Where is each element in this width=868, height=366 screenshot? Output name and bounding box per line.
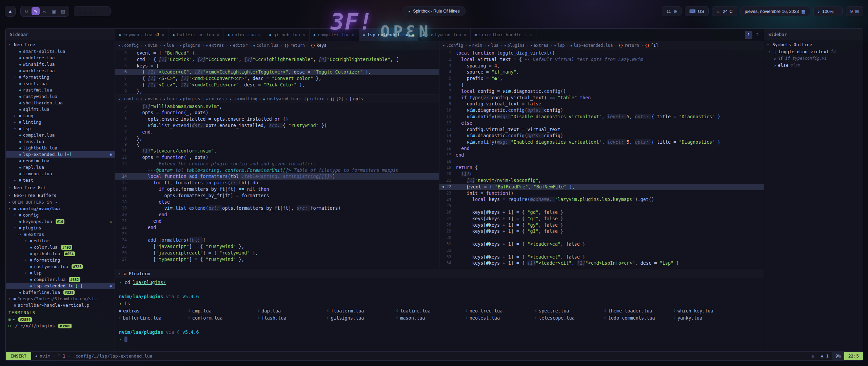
code-line[interactable]: 25: [439, 203, 764, 209]
tree-item[interactable]: ●lsp-extended.lu[+]◉: [6, 151, 115, 158]
code-line[interactable]: ◆22 event = { "BufReadPre", "BufNewFile"…: [439, 184, 764, 190]
tree-item[interactable]: ●compiler.lua: [6, 132, 115, 138]
breadcrumb-item[interactable]: ●color.lua: [253, 43, 278, 48]
workspace-pill[interactable]: 9⊞: [846, 6, 863, 16]
topbar-widget-button[interactable]: ∞: [41, 7, 49, 15]
close-icon[interactable]: ×: [352, 32, 355, 37]
code-area[interactable]: 1local function toggle_diag_virtext()2 l…: [439, 50, 764, 266]
code-line[interactable]: 15 vim.notify(msg: "Enabled diagnostics …: [439, 139, 764, 145]
close-icon[interactable]: ×: [529, 32, 532, 37]
code-line[interactable]: 3 spacing = 4,: [439, 63, 764, 69]
code-line[interactable]: 12 opts = function(_, opts): [115, 154, 439, 161]
code-line[interactable]: 25 ["javascript"] = { "rustywind" },: [115, 243, 439, 250]
breadcrumb-item[interactable]: ▪nvim: [144, 97, 157, 101]
breadcrumb-item[interactable]: ▪editor: [230, 43, 248, 48]
code-line[interactable]: 7 { [1]"<S-C>", [2]"<cmd>CccConvert<cr>"…: [115, 75, 439, 82]
code-line[interactable]: 13 --- Extend the conform plugin config …: [115, 161, 439, 167]
symbols-outline-header[interactable]: ▾ Symbols Outline: [764, 40, 863, 48]
code-line[interactable]: 8 },: [115, 135, 439, 142]
code-line[interactable]: 33 keys[#keys + 1] = { "<leader>cl", fal…: [439, 254, 764, 260]
code-line[interactable]: 27 keys[#keys + 1] = { "gr", false }: [439, 216, 764, 222]
tree-item[interactable]: ●keymaps.lua#10⚠: [6, 218, 115, 225]
code-line[interactable]: 20 end: [115, 211, 439, 218]
tree-item[interactable]: ▾■formatting: [6, 74, 115, 80]
breadcrumb-item[interactable]: ▪nvim: [144, 43, 157, 48]
code-line[interactable]: 8 { [1]"<C-c>", [2]"<cmd>CccPick<cr>", d…: [115, 82, 439, 88]
code-line[interactable]: 11 [1]"stevearc/conform.nvim",: [115, 148, 439, 154]
breadcrumb-item[interactable]: ▪.config: [443, 43, 463, 48]
volume-pill[interactable]: ♪100%↑: [813, 6, 843, 16]
breadcrumb-item[interactable]: ▪extras: [206, 43, 224, 48]
breadcrumb-item[interactable]: ▪lsp: [554, 43, 565, 48]
breadcrumb-item[interactable]: ▪plugins: [180, 97, 200, 101]
code-line[interactable]: 21 [1]"neovim/nvim-lspconfig",: [439, 177, 764, 184]
editor-pane-color-lua[interactable]: ▪.config›▪nvim›▪lua›▪plugins›▪extras›▪ed…: [115, 41, 439, 95]
tree-item[interactable]: ▸■test: [6, 177, 115, 183]
tree-item[interactable]: ●isort.lua: [6, 80, 115, 87]
tab-page-button[interactable]: 2: [754, 31, 761, 39]
outline-item[interactable]: ◇ifif type(config.vi: [764, 55, 863, 62]
close-icon[interactable]: ×: [217, 32, 219, 37]
launcher-icon[interactable]: ▲: [5, 6, 16, 17]
code-line[interactable]: 5 opts.ensure_installed = opts.ensure_in…: [115, 116, 439, 122]
code-line[interactable]: 18: [439, 158, 764, 165]
tab[interactable]: ●rustywind.lua×: [418, 29, 471, 41]
topbar-search[interactable]: [74, 6, 111, 16]
breadcrumb-item[interactable]: {}keys: [311, 43, 326, 48]
tab[interactable]: ▦scrollbar-handle-…×: [471, 29, 536, 41]
code-line[interactable]: 27 ["typescript"] = { "rustywind" },: [115, 256, 439, 263]
tray-count-pill[interactable]: 11⊕: [662, 6, 681, 16]
code-line[interactable]: 16 if opts.formatters_by_ft[ft] == nil t…: [115, 186, 439, 192]
tree-item[interactable]: ●worktree.lua: [6, 67, 115, 74]
breadcrumb-item[interactable]: ▪lua: [163, 97, 174, 101]
code-line[interactable]: 5 prefix = "●",: [439, 75, 764, 82]
code-line[interactable]: 4 opts = function(_, opts): [115, 109, 439, 116]
code-line[interactable]: 28 keys[#keys + 1] = { "gy", false }: [439, 222, 764, 228]
tree-item[interactable]: ●rustywind.lua: [6, 93, 115, 100]
breadcrumb-item[interactable]: ▪.config: [118, 43, 139, 48]
code-line[interactable]: 17end: [439, 152, 764, 158]
code-line[interactable]: 3 [1]"williamboman/mason.nvim",: [115, 103, 439, 110]
code-line[interactable]: 16 end: [439, 145, 764, 152]
tree-item[interactable]: ▾■editor: [6, 238, 115, 244]
editor-pane-rustywind-lua[interactable]: ▪.config›▪nvim›▪lua›▪plugins›▪extras›▪fo…: [115, 95, 439, 269]
breadcrumb-item[interactable]: ●lsp-extended.lua: [571, 43, 613, 48]
tree-item[interactable]: ●lens.lua: [6, 138, 115, 145]
code-line[interactable]: 34 keys[#keys + 1] = { [1]"<leader>cil",…: [439, 260, 764, 266]
breadcrumb-item[interactable]: ▪lua: [163, 43, 174, 48]
breadcrumb-item[interactable]: {}return: [304, 97, 324, 101]
code-line[interactable]: 4 source = "if_many",: [439, 69, 764, 75]
breadcrumb-item[interactable]: ▪nvim: [469, 43, 482, 48]
weather-pill[interactable]: ☼24°C: [712, 6, 737, 16]
code-line[interactable]: 19 vim.list_extend(dst: opts.formatters_…: [115, 205, 439, 211]
code-area[interactable]: 3 [1]"williamboman/mason.nvim",4 opts = …: [115, 103, 439, 263]
breadcrumb-item[interactable]: ▪extras: [530, 43, 548, 48]
code-line[interactable]: 6 { [1]"<leader>uC", [2]"<cmd>CccHighlig…: [115, 69, 439, 75]
code-line[interactable]: 22 end: [115, 224, 439, 231]
tree-item[interactable]: ▾■formatting: [6, 257, 115, 263]
neo-tree[interactable]: ▾Neo-Tree●smart-splits.lua●undotree.lua●…: [6, 40, 115, 329]
close-icon[interactable]: ×: [258, 32, 261, 37]
editor-pane-lsp-extended-lua[interactable]: ▪.config›▪nvim›▪lua›▪plugins›▪extras›▪ls…: [439, 41, 764, 269]
code-line[interactable]: 21 end: [115, 218, 439, 224]
tree-item[interactable]: ▾■.config/nvim/lua: [6, 205, 115, 212]
tab[interactable]: ●bufferline.lua×: [169, 29, 224, 41]
breadcrumb-item[interactable]: ▪extras: [206, 97, 224, 101]
tree-section-header[interactable]: ▸Neo-Tree Git: [6, 183, 115, 191]
tree-item[interactable]: ●bufferline.lua#328: [6, 289, 115, 296]
breadcrumb-item[interactable]: ▪plugins: [180, 43, 200, 48]
code-line[interactable]: 14 vim.diagnostic.config(opts: config): [439, 133, 764, 139]
tree-item[interactable]: ▾■extras: [6, 231, 115, 238]
code-line[interactable]: 7 local config = vim.diagnostic.config(): [439, 88, 764, 95]
tree-section-header[interactable]: ▾Neo-Tree: [6, 40, 115, 48]
tree-item[interactable]: ▾■lsp: [6, 270, 115, 276]
floaterm-title-bar[interactable]: ▾ ⊡ Floaterm: [115, 269, 764, 278]
close-icon[interactable]: ×: [162, 32, 164, 37]
code-line[interactable]: 15 for ft, formatters in pairs(t: tbl) d…: [115, 180, 439, 186]
code-line[interactable]: 23: [115, 231, 439, 237]
code-line[interactable]: 31 keys[#keys + 1] = { "<leader>ca", fal…: [439, 241, 764, 247]
keyboard-layout-pill[interactable]: ⌨US: [685, 6, 709, 16]
code-line[interactable]: 24 add_formatters(tbl: {: [115, 237, 439, 243]
code-line[interactable]: 23 init = function(): [439, 190, 764, 197]
tree-item[interactable]: ●repl.lua: [6, 164, 115, 170]
